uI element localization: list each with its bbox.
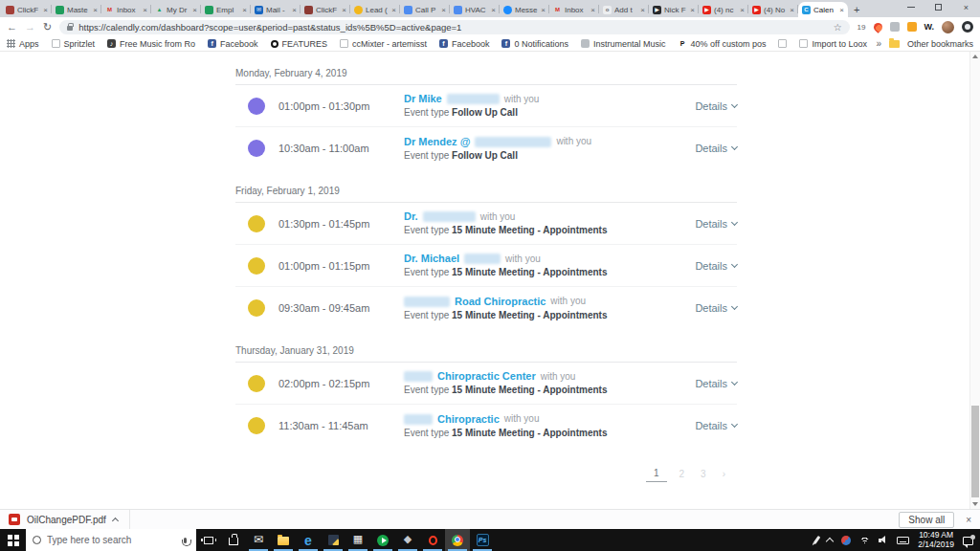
flame-extension-icon[interactable] <box>872 21 884 33</box>
browser-menu-icon[interactable] <box>962 21 973 33</box>
browser-tab[interactable]: Messe × <box>500 2 549 17</box>
tab-close-icon[interactable]: × <box>839 6 844 14</box>
browser-tab[interactable]: M Inbox × <box>549 2 599 17</box>
bookmarks-overflow-icon[interactable]: » <box>876 38 881 49</box>
start-button[interactable] <box>0 529 26 551</box>
bookmark-item[interactable]: FEATURES <box>271 39 327 49</box>
browser-tab[interactable]: Empl × <box>201 2 251 17</box>
tab-close-icon[interactable]: × <box>441 6 446 14</box>
browser-tab[interactable]: ClickF × <box>2 2 52 17</box>
scroll-up-icon[interactable] <box>970 52 980 61</box>
bookmark-item[interactable]: f 0 Notifications <box>501 39 568 49</box>
browser-tab[interactable]: ▶ (4) No × <box>748 2 798 17</box>
bookmark-item[interactable]: Instrumental Music <box>581 39 666 49</box>
bookmark-item[interactable]: ♪ Free Music from Ro <box>107 39 195 49</box>
taskbar-search[interactable]: Type here to search <box>26 529 196 551</box>
edge-taskbar-button[interactable] <box>296 529 321 551</box>
forward-icon[interactable]: → <box>25 22 35 33</box>
tab-close-icon[interactable]: × <box>192 6 197 14</box>
scrollbar-thumb[interactable] <box>971 406 979 497</box>
download-filename[interactable]: OilChangePDF.pdf <box>27 515 106 525</box>
tab-close-icon[interactable]: × <box>43 6 48 14</box>
bookmark-item[interactable] <box>778 39 787 48</box>
action-center-icon[interactable] <box>963 537 973 545</box>
bookmark-item[interactable]: f Facebook <box>208 39 258 49</box>
browser-tab[interactable]: C Calen × <box>798 2 848 17</box>
pagination-page[interactable]: 2 <box>676 469 689 482</box>
camtasia-taskbar-button[interactable] <box>370 529 395 551</box>
tab-close-icon[interactable]: × <box>740 6 745 14</box>
extension-badge[interactable]: 19 <box>858 23 866 32</box>
tab-close-icon[interactable]: × <box>143 6 147 14</box>
tab-close-icon[interactable]: × <box>690 6 695 14</box>
tab-close-icon[interactable]: × <box>93 6 98 14</box>
browser-tab[interactable]: ▶ (4) nc × <box>699 2 748 17</box>
details-link[interactable]: Details <box>695 218 737 230</box>
calculator-taskbar-button[interactable] <box>345 529 370 551</box>
download-bar-close-icon[interactable]: × <box>966 515 971 525</box>
download-item[interactable]: OilChangePDF.pdf <box>9 510 130 529</box>
orange-extension-icon[interactable] <box>907 22 917 32</box>
windows-ink-pen-icon[interactable] <box>813 536 821 544</box>
other-bookmarks-label[interactable]: Other bookmarks <box>907 39 973 49</box>
microphone-icon[interactable] <box>184 538 187 543</box>
browser-tab[interactable]: ▶ Nick F × <box>649 2 699 17</box>
chrome-taskbar-button[interactable] <box>445 529 470 551</box>
touch-keyboard-icon[interactable] <box>897 537 909 544</box>
wifi-icon[interactable] <box>859 537 870 544</box>
store-taskbar-button[interactable] <box>221 529 246 551</box>
details-link[interactable]: Details <box>695 143 737 154</box>
bookmark-item[interactable]: ccMixter - artemisst <box>340 39 427 49</box>
volume-icon[interactable] <box>879 536 888 544</box>
browser-tab[interactable]: M Inbox × <box>101 2 151 17</box>
gray-extension-icon[interactable] <box>890 22 900 32</box>
pagination-next[interactable]: › <box>719 469 729 482</box>
minimize-icon[interactable] <box>897 0 924 14</box>
tab-close-icon[interactable]: × <box>590 6 595 14</box>
pagination-page[interactable]: 1 <box>646 468 667 482</box>
browser-tab[interactable]: ▲ My Dr × <box>151 2 201 17</box>
bookmark-item[interactable]: Apps <box>7 39 39 49</box>
details-link[interactable]: Details <box>695 260 737 272</box>
browser-tab[interactable]: Call P × <box>400 2 450 17</box>
sticky-notes-taskbar-button[interactable] <box>321 529 345 551</box>
file-explorer-taskbar-button[interactable] <box>271 529 296 551</box>
tab-close-icon[interactable]: × <box>491 6 496 14</box>
hidden-icons-chevron-icon[interactable] <box>826 538 834 545</box>
mail-taskbar-button[interactable] <box>246 529 271 551</box>
reload-icon[interactable]: ↻ <box>43 22 52 33</box>
pagination-page[interactable]: 3 <box>697 469 710 482</box>
new-tab-button[interactable]: + <box>854 4 859 15</box>
bookmark-item[interactable]: Import to Loox <box>799 39 867 49</box>
tab-close-icon[interactable]: × <box>292 6 297 14</box>
download-menu-chevron-icon[interactable] <box>112 518 119 524</box>
tab-close-icon[interactable]: × <box>790 6 794 14</box>
maximize-icon[interactable] <box>924 0 952 14</box>
tab-close-icon[interactable]: × <box>391 6 396 14</box>
details-link[interactable]: Details <box>695 302 737 314</box>
show-all-button[interactable]: Show all <box>899 512 954 528</box>
profile-avatar[interactable] <box>942 21 954 33</box>
opera-taskbar-button[interactable] <box>420 529 445 551</box>
bookmark-item[interactable]: P 40% off custom pos <box>679 39 767 49</box>
details-link[interactable]: Details <box>695 100 737 112</box>
browser-tab[interactable]: Lead ( × <box>350 2 400 17</box>
tray-app-icon[interactable] <box>841 536 851 545</box>
details-link[interactable]: Details <box>695 378 737 389</box>
details-link[interactable]: Details <box>695 420 737 431</box>
tab-close-icon[interactable]: × <box>242 6 247 14</box>
scrollbar[interactable] <box>969 52 980 509</box>
task-view-taskbar-button[interactable] <box>196 529 221 551</box>
address-bar[interactable]: https://calendly.com/dashboard?scope=use… <box>59 20 849 34</box>
taskbar-clock[interactable]: 10:49 AM 2/14/2019 <box>918 531 954 549</box>
url-text[interactable]: https://calendly.com/dashboard?scope=use… <box>78 22 827 33</box>
browser-tab[interactable]: HVAC × <box>450 2 500 17</box>
tab-close-icon[interactable]: × <box>541 6 546 14</box>
bookmark-item[interactable]: f Facebook <box>439 39 490 49</box>
tab-close-icon[interactable]: × <box>342 6 346 14</box>
browser-tab[interactable]: Maste × <box>52 2 101 17</box>
w-extension-icon[interactable]: W. <box>924 22 935 32</box>
browser-tab[interactable]: o Add t × <box>599 2 649 17</box>
gray-3d-taskbar-button[interactable] <box>395 529 420 551</box>
browser-tab[interactable]: ClickF × <box>301 2 350 17</box>
